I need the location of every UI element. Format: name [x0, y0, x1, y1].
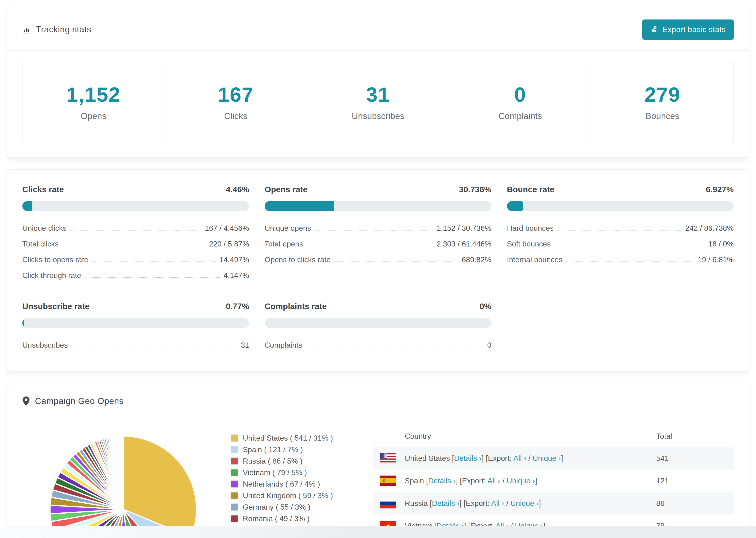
geo-col-country: Country	[405, 432, 431, 441]
rate-row: Unique opens1,152 / 30.736%	[265, 220, 491, 236]
map-pin-icon	[22, 397, 30, 406]
rate-progress-track	[22, 318, 249, 328]
rate-row-label: Soft bounces	[507, 240, 551, 248]
rate-title: Complaints rate	[265, 301, 327, 311]
legend-item: United States ( 541 / 31% )	[231, 434, 333, 443]
rate-title: Clicks rate	[22, 185, 64, 194]
export-basic-stats-button[interactable]: Export basic stats	[642, 20, 734, 40]
stat-value: 167	[165, 82, 307, 107]
legend-label: Spain ( 121 / 7% )	[243, 445, 303, 454]
rate-row-value: 220 / 5.87%	[209, 240, 249, 248]
stat-value: 279	[591, 82, 733, 107]
export-all-link[interactable]: All ›	[491, 499, 504, 508]
rate-row-value: 689.82%	[462, 255, 491, 264]
rate-value: 30.736%	[459, 185, 491, 194]
rate-row: Soft bounces18 / 0%	[507, 236, 734, 252]
geo-legend: United States ( 541 / 31% )Spain ( 121 /…	[231, 434, 333, 538]
legend-swatch	[231, 446, 238, 453]
stat-label: Bounces	[591, 111, 733, 121]
rate-row-label: Internal bounces	[507, 255, 563, 264]
dotted-leader	[92, 261, 216, 262]
rate-block-opens-rate: Opens rate30.736%Unique opens1,152 / 30.…	[265, 185, 491, 283]
rate-title: Bounce rate	[507, 185, 554, 194]
legend-swatch	[231, 469, 238, 476]
geo-header: Campaign Geo Opens	[7, 384, 749, 417]
rate-progress-track	[22, 201, 249, 211]
rate-row-value: 4.147%	[224, 271, 249, 280]
dotted-leader	[306, 347, 483, 348]
rate-progress-fill	[22, 201, 32, 211]
rate-row-value: 242 / 86.738%	[685, 224, 734, 233]
geo-table: Country Total United States [Details ›] …	[373, 425, 734, 538]
dotted-leader	[555, 246, 705, 246]
geo-pie-chart	[46, 432, 201, 538]
stat-label: Complaints	[449, 111, 591, 121]
rate-row-value: 19 / 6.81%	[698, 255, 734, 264]
legend-swatch	[231, 492, 238, 499]
bar-chart-icon	[22, 26, 31, 34]
dotted-leader	[566, 261, 694, 262]
details-link[interactable]: Details ›	[454, 454, 482, 462]
legend-swatch	[231, 515, 238, 522]
rate-row: Hard bounces242 / 86.738%	[507, 220, 734, 236]
dotted-leader	[307, 246, 433, 246]
legend-swatch	[231, 435, 238, 442]
rate-row-value: 31	[241, 341, 249, 350]
rate-row-value: 14.497%	[220, 255, 249, 264]
legend-label: Russia ( 86 / 5% )	[243, 457, 302, 465]
export-icon	[650, 25, 658, 34]
legend-label: Netherlands ( 67 / 4% )	[243, 480, 320, 488]
export-unique-link[interactable]: Unique ›	[532, 454, 561, 462]
geo-row-united-states: United States [Details ›] [Export: All ›…	[373, 447, 734, 469]
stat-clicks: 167Clicks	[165, 61, 307, 144]
export-unique-link[interactable]: Unique ›	[511, 499, 539, 508]
geo-row-russia: Russia [Details ›] [Export: All › / Uniq…	[373, 492, 734, 514]
export-all-link[interactable]: All ›	[487, 476, 500, 485]
details-link[interactable]: Details ›	[428, 476, 456, 485]
geo-row-total: 121	[656, 476, 727, 485]
rate-row-value: 18 / 0%	[708, 240, 734, 248]
stat-opens: 1,152Opens	[23, 61, 165, 144]
rate-head: Clicks rate4.46%	[22, 185, 249, 194]
geo-row-text: Russia [Details ›] [Export: All › / Uniq…	[405, 499, 541, 508]
tracking-stats-header: Tracking stats Export basic stats	[7, 7, 749, 50]
rate-row-value: 1,152 / 30.736%	[437, 224, 491, 233]
rate-row-label: Click through rate	[22, 271, 81, 280]
rate-progress-fill	[507, 201, 523, 211]
rate-value: 0%	[479, 301, 491, 311]
rate-row-value: 0	[487, 341, 491, 350]
rate-row: Unique clicks167 / 4.456%	[22, 220, 249, 236]
legend-label: United Kingdom ( 59 / 3% )	[243, 491, 333, 500]
rate-row-label: Hard bounces	[507, 224, 554, 233]
rate-row-label: Clicks to opens rate	[22, 255, 88, 264]
rate-row: Click through rate4.147%	[22, 268, 249, 283]
legend-label: Romania ( 49 / 3% )	[243, 514, 310, 523]
legend-item: Spain ( 121 / 7% )	[231, 445, 333, 454]
geo-row-total: 86	[656, 499, 727, 508]
dotted-leader	[85, 277, 220, 278]
legend-item: United Kingdom ( 59 / 3% )	[231, 491, 333, 500]
legend-item: Russia ( 86 / 5% )	[231, 457, 333, 465]
export-unique-link[interactable]: Unique ›	[507, 476, 535, 485]
geo-col-total: Total	[656, 432, 727, 441]
rate-block-unsubscribe-rate: Unsubscribe rate0.77%Unsubscribes31	[22, 301, 249, 353]
rate-row-value: 167 / 4.456%	[205, 224, 249, 233]
rate-row: Unsubscribes31	[22, 337, 249, 353]
rate-progress-track	[265, 201, 491, 211]
details-link[interactable]: Details ›	[432, 499, 459, 508]
rate-row-label: Total clicks	[22, 240, 59, 248]
export-all-link[interactable]: All ›	[513, 454, 526, 462]
rate-value: 6.927%	[706, 185, 734, 194]
dotted-leader	[334, 261, 458, 262]
rate-title: Opens rate	[265, 185, 307, 194]
geo-row-text: United States [Details ›] [Export: All ›…	[405, 454, 563, 463]
legend-swatch	[231, 504, 238, 511]
geo-title: Campaign Geo Opens	[22, 396, 124, 406]
stat-label: Opens	[23, 111, 165, 121]
rate-row-label: Unsubscribes	[22, 341, 68, 350]
campaign-geo-opens-card: Campaign Geo Opens United States ( 541 /…	[7, 384, 749, 538]
rate-row: Total opens2,303 / 61.446%	[265, 236, 491, 252]
geo-table-body: United States [Details ›] [Export: All ›…	[373, 447, 734, 538]
stat-label: Clicks	[165, 111, 307, 121]
rate-row: Internal bounces19 / 6.81%	[507, 252, 734, 268]
